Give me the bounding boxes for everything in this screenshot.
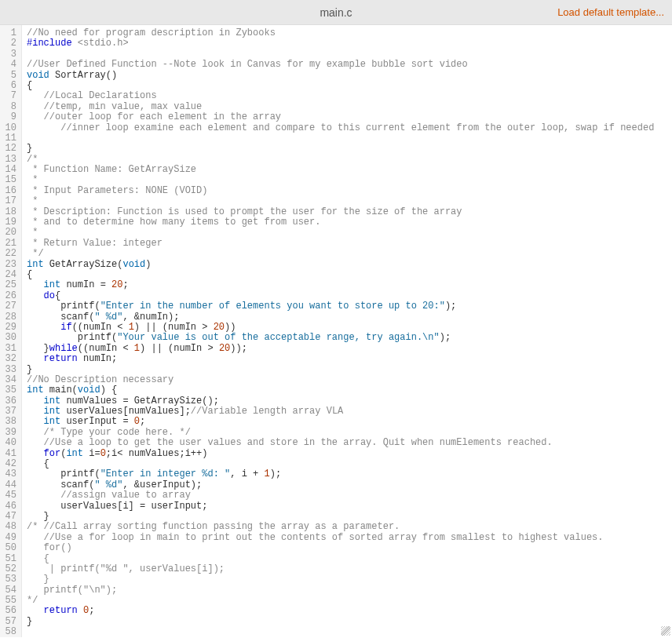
- code-line[interactable]: //outer loop for each element in the arr…: [27, 112, 672, 122]
- code-line[interactable]: }: [27, 617, 672, 627]
- code-line[interactable]: * Function Name: GetArraySize: [27, 165, 672, 175]
- line-number: 24: [0, 270, 21, 280]
- resize-handle-icon[interactable]: [661, 626, 670, 636]
- line-number: 36: [0, 396, 21, 406]
- code-line[interactable]: return numIn;: [27, 354, 672, 364]
- code-line[interactable]: scanf(" %d", &numIn);: [27, 312, 672, 323]
- code-line[interactable]: [27, 627, 672, 637]
- line-number: 9: [0, 112, 21, 122]
- code-line[interactable]: {: [27, 81, 672, 91]
- line-number: 52: [0, 564, 21, 574]
- line-number: 51: [0, 554, 21, 564]
- line-number: 10: [0, 123, 21, 133]
- line-number: 14: [0, 165, 21, 175]
- code-line[interactable]: {: [27, 554, 672, 564]
- code-line[interactable]: //No Description necessary: [27, 375, 672, 385]
- editor-header: main.c Load default template...: [0, 0, 672, 25]
- code-line[interactable]: */: [27, 249, 672, 259]
- code-line[interactable]: [27, 133, 672, 144]
- line-number: 37: [0, 406, 21, 417]
- code-line[interactable]: {: [27, 270, 672, 280]
- code-line[interactable]: *: [27, 175, 672, 185]
- code-line[interactable]: /* //Call array sorting function passing…: [27, 522, 672, 532]
- code-line[interactable]: int numValues = GetArraySize();: [27, 396, 672, 406]
- line-number: 39: [0, 428, 21, 438]
- code-line[interactable]: * Return Value: integer: [27, 239, 672, 249]
- code-line[interactable]: }: [27, 512, 672, 522]
- code-line[interactable]: //assign value to array: [27, 490, 672, 501]
- line-number: 35: [0, 385, 21, 396]
- code-line[interactable]: */: [27, 596, 672, 606]
- code-line[interactable]: int userValues[numValues];//Variable len…: [27, 406, 672, 417]
- code-line[interactable]: return 0;: [27, 606, 672, 616]
- code-area[interactable]: //No need for program description in Zyb…: [22, 25, 672, 637]
- line-number: 45: [0, 490, 21, 501]
- code-line[interactable]: scanf(" %d", &userInput);: [27, 480, 672, 490]
- line-number: 44: [0, 480, 21, 490]
- line-number: 3: [0, 49, 21, 60]
- code-line[interactable]: int GetArraySize(void): [27, 260, 672, 270]
- line-number: 25: [0, 280, 21, 290]
- code-editor[interactable]: 1234567891011121314151617181920212223242…: [0, 25, 672, 637]
- filename-label: main.c: [320, 6, 352, 19]
- code-line[interactable]: | printf("%d ", userValues[i]);: [27, 564, 672, 574]
- code-line[interactable]: }while((numIn < 1) || (numIn > 20));: [27, 344, 672, 354]
- code-line[interactable]: for(): [27, 543, 672, 553]
- line-number: 21: [0, 239, 21, 249]
- line-number: 17: [0, 196, 21, 206]
- line-number: 55: [0, 596, 21, 606]
- line-number: 27: [0, 301, 21, 312]
- code-line[interactable]: //Use a loop to get the user values and …: [27, 438, 672, 448]
- code-line[interactable]: //Local Declarations: [27, 91, 672, 101]
- line-number: 2: [0, 38, 21, 49]
- code-line[interactable]: * and to determine how many items to get…: [27, 217, 672, 228]
- code-line[interactable]: #include <stdio.h>: [27, 38, 672, 49]
- code-line[interactable]: * Description: Function is used to promp…: [27, 207, 672, 217]
- load-template-link[interactable]: Load default template...: [557, 6, 664, 18]
- line-number: 6: [0, 81, 21, 91]
- line-number: 48: [0, 522, 21, 532]
- code-line[interactable]: //temp, min value, max value: [27, 102, 672, 112]
- code-line[interactable]: int numIn = 20;: [27, 280, 672, 290]
- code-line[interactable]: do{: [27, 291, 672, 301]
- code-line[interactable]: for(int i=0;i< numValues;i++): [27, 449, 672, 459]
- code-line[interactable]: printf("Enter in the number of elements …: [27, 301, 672, 312]
- code-line[interactable]: {: [27, 459, 672, 469]
- line-number: 47: [0, 512, 21, 522]
- code-line[interactable]: /*: [27, 155, 672, 165]
- line-number: 49: [0, 533, 21, 543]
- line-gutter: 1234567891011121314151617181920212223242…: [0, 25, 22, 637]
- code-line[interactable]: *: [27, 196, 672, 206]
- code-line[interactable]: int userInput = 0;: [27, 417, 672, 427]
- code-line[interactable]: userValues[i] = userInput;: [27, 501, 672, 512]
- code-line[interactable]: /* Type your code here. */: [27, 428, 672, 438]
- code-line[interactable]: }: [27, 144, 672, 154]
- code-line[interactable]: printf("\n");: [27, 585, 672, 596]
- code-line[interactable]: //inner loop examine each element and co…: [27, 123, 672, 133]
- line-number: 26: [0, 291, 21, 301]
- code-line[interactable]: //Use a for loop in main to print out th…: [27, 533, 672, 543]
- line-number: 50: [0, 543, 21, 553]
- code-line[interactable]: }: [27, 574, 672, 585]
- code-line[interactable]: [27, 49, 672, 60]
- line-number: 8: [0, 102, 21, 112]
- line-number: 54: [0, 585, 21, 596]
- line-number: 33: [0, 365, 21, 375]
- code-line[interactable]: }: [27, 365, 672, 375]
- code-line[interactable]: int main(void) {: [27, 385, 672, 396]
- line-number: 34: [0, 375, 21, 385]
- code-line[interactable]: * Input Parameters: NONE (VOID): [27, 186, 672, 196]
- code-line[interactable]: printf("Your value is out of the accepta…: [27, 333, 672, 343]
- code-line[interactable]: if((numIn < 1) || (numIn > 20)): [27, 323, 672, 333]
- code-line[interactable]: void SortArray(): [27, 71, 672, 81]
- line-number: 20: [0, 228, 21, 238]
- code-line[interactable]: //No need for program description in Zyb…: [27, 28, 672, 38]
- line-number: 41: [0, 449, 21, 459]
- line-number: 40: [0, 438, 21, 448]
- line-number: 58: [0, 627, 21, 637]
- line-number: 19: [0, 217, 21, 228]
- code-line[interactable]: //User Defined Function --Note look in C…: [27, 60, 672, 70]
- code-line[interactable]: printf("Enter in integer %d: ", i + 1);: [27, 469, 672, 479]
- code-line[interactable]: *: [27, 228, 672, 238]
- line-number: 18: [0, 207, 21, 217]
